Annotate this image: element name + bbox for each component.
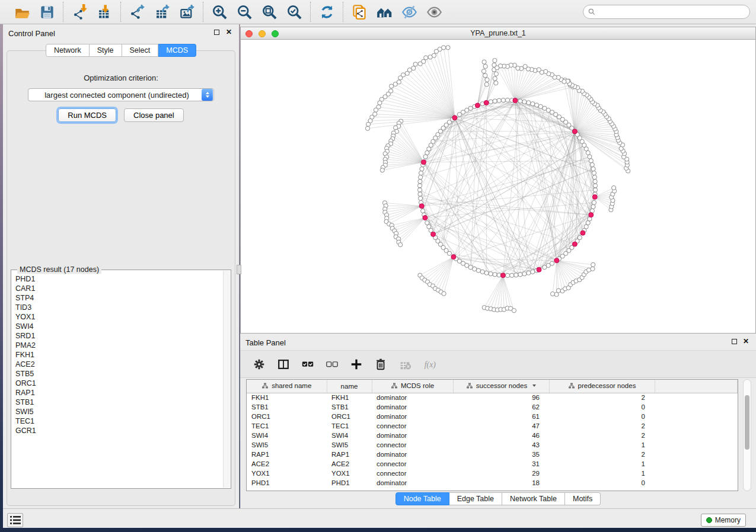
export-image-icon[interactable] [178,3,196,21]
unselect-all-columns-icon[interactable] [325,357,339,371]
control-panel-tabs: NetworkStyleSelectMCDS [3,44,239,57]
birds-eye-view-icon[interactable] [425,3,443,21]
mcds-result-item[interactable]: SWI4 [15,322,223,331]
tab-network-table[interactable]: Network Table [502,492,565,505]
float-panel-icon[interactable] [214,30,219,35]
network-canvas[interactable] [241,40,755,333]
table-row[interactable]: PHD1PHD1dominator180 [247,478,738,488]
table-row[interactable]: SWI5SWI5connector431 [247,440,738,450]
svg-text:f(x): f(x) [425,360,436,369]
mcds-result-item[interactable]: ACE2 [15,360,223,369]
table-row[interactable]: YOX1YOX1connector291 [247,469,738,478]
mcds-tab-content: Optimization criterion: largest connecte… [7,50,235,506]
table-panel-header: Table Panel ✕ [240,334,756,349]
tab-mcds[interactable]: MCDS [158,44,196,57]
column-header-shared-name[interactable]: shared name [247,380,327,393]
mcds-result-item[interactable]: TEC1 [15,416,223,426]
window-maximize-icon[interactable] [272,30,279,37]
desktop: Control Panel ✕ NetworkStyleSelectMCDS O… [0,0,756,532]
close-panel-button[interactable]: Close panel [124,108,184,122]
table-settings-gear-icon[interactable] [252,357,266,371]
mcds-result-item[interactable]: SRD1 [15,331,223,341]
table-panel: Table Panel ✕ f(x) shared namenameMCDS r… [240,334,756,508]
table-row[interactable]: ACE2ACE2connector311 [247,459,738,469]
open-session-icon[interactable] [13,3,31,21]
table-row[interactable]: RAP1RAP1dominator352 [247,450,738,459]
mcds-result-item[interactable]: SWI5 [15,407,223,416]
tab-select[interactable]: Select [122,44,159,57]
show-column-icon[interactable] [276,357,291,371]
mcds-result-item[interactable]: STB5 [15,369,223,379]
close-panel-icon[interactable]: ✕ [226,28,232,36]
export-table-icon[interactable] [153,3,171,21]
mcds-result-item[interactable]: YOX1 [15,312,223,322]
add-column-icon[interactable] [349,357,363,371]
zoom-fit-icon[interactable] [260,3,278,21]
tab-node-table[interactable]: Node Table [395,492,449,505]
float-table-panel-icon[interactable] [732,339,737,344]
table-panel-title: Table Panel [245,338,286,347]
workspace-area: YPA_prune.txt_1 Table Panel ✕ f(x) share… [240,24,756,508]
close-table-panel-icon[interactable]: ✕ [743,337,749,345]
import-network-file-icon[interactable] [71,3,88,21]
window-minimize-icon[interactable] [259,30,266,37]
import-table-file-icon[interactable] [95,3,113,21]
main-toolbar [0,0,756,24]
hide-graphics-details-icon[interactable] [400,3,418,21]
window-close-icon[interactable] [245,30,253,37]
column-header-name[interactable]: name [327,380,372,393]
mcds-result-item[interactable]: TID3 [15,303,223,312]
mcds-result-scrollbar[interactable] [223,271,230,488]
network-graph-svg[interactable] [241,40,755,333]
mcds-result-item[interactable]: PMA2 [15,341,223,350]
zoom-in-icon[interactable] [210,3,228,21]
mcds-result-item[interactable]: CAR1 [15,284,223,293]
clone-network-icon[interactable] [350,3,368,21]
table-scrollbar-thumb[interactable] [745,395,749,450]
table-row[interactable]: STB1STB1dominator620 [247,402,738,412]
delete-column-icon[interactable] [374,357,388,371]
mcds-result-item[interactable]: GCR1 [15,426,223,435]
zoom-selected-icon[interactable] [285,3,303,21]
mcds-result-item[interactable]: PHD1 [15,274,223,284]
mcds-result-box: MCDS result (17 nodes) PHD1CAR1STP4TID3Y… [11,270,231,489]
table-row[interactable]: ORC1ORC1dominator610 [247,412,738,421]
control-panel-title: Control Panel [8,29,55,38]
search-icon [588,8,596,16]
run-mcds-button[interactable]: Run MCDS [58,108,116,122]
column-header-filler [655,380,738,393]
mcds-result-item[interactable]: FKH1 [15,350,223,360]
table-scrollbar [743,379,751,491]
criterion-dropdown-value: largest connected component (undirected) [28,91,202,100]
network-overview-icon[interactable] [375,3,393,21]
apply-layout-icon[interactable] [318,3,336,21]
memory-label: Memory [715,516,741,524]
criterion-dropdown[interactable]: largest connected component (undirected) [28,88,214,101]
table-row[interactable]: TEC1TEC1connector472 [247,421,738,431]
table-row[interactable]: FKH1FKH1dominator962 [247,393,738,402]
search-input[interactable] [596,7,749,17]
tab-network[interactable]: Network [46,44,90,57]
column-header-MCDS-role[interactable]: MCDS role [372,380,453,393]
tab-edge-table[interactable]: Edge Table [449,492,502,505]
tab-style[interactable]: Style [90,44,122,57]
zoom-out-icon[interactable] [235,3,253,21]
table-row[interactable]: SWI4SWI4dominator462 [247,431,738,440]
mcds-result-item[interactable]: RAP1 [15,388,223,398]
vertical-splitter-handle[interactable] [237,265,241,274]
save-session-icon[interactable] [38,3,56,21]
select-all-columns-icon[interactable] [301,357,315,371]
column-header-predecessor-nodes[interactable]: predecessor nodes [549,380,655,393]
optimization-criterion-label: Optimization criterion: [7,73,235,82]
task-history-button[interactable] [7,513,23,527]
mcds-result-item[interactable]: STP4 [15,293,223,303]
column-header-successor-nodes[interactable]: successor nodes [453,380,549,393]
mcds-result-item[interactable]: STB1 [15,398,223,407]
export-network-icon[interactable] [128,3,146,21]
mcds-result-item[interactable]: ORC1 [15,379,223,388]
search-field [583,5,750,19]
memory-button[interactable]: Memory [701,514,746,527]
memory-status-icon [706,517,712,523]
table-tabs: Node TableEdge TableNetwork TableMotifs [240,492,756,505]
tab-motifs[interactable]: Motifs [565,492,601,505]
